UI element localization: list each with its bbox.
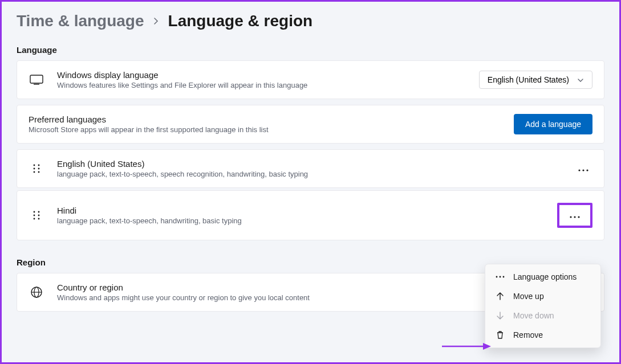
svg-point-14 — [38, 215, 40, 216]
preferred-subtitle: Microsoft Store apps will appear in the … — [29, 125, 501, 134]
svg-point-3 — [38, 165, 40, 166]
language-name: English (United States) — [57, 159, 562, 169]
display-language-title: Windows display language — [57, 70, 466, 80]
arrow-down-icon — [495, 311, 505, 320]
menu-label: Move up — [513, 292, 544, 301]
drag-handle-icon[interactable] — [29, 163, 44, 174]
svg-point-17 — [570, 216, 571, 218]
svg-point-5 — [38, 168, 40, 170]
display-language-dropdown[interactable]: English (United States) — [479, 71, 592, 89]
svg-point-19 — [578, 216, 579, 218]
menu-move-up[interactable]: Move up — [488, 287, 598, 306]
language-name: Hindi — [57, 206, 545, 215]
svg-point-6 — [34, 171, 35, 173]
language-context-menu: Language options Move up Move down Remov… — [485, 264, 601, 348]
svg-point-8 — [578, 169, 580, 171]
svg-point-25 — [503, 276, 505, 278]
svg-point-9 — [582, 169, 584, 171]
display-language-subtitle: Windows features like Settings and File … — [57, 81, 466, 89]
svg-point-11 — [34, 211, 35, 213]
svg-point-16 — [38, 218, 40, 220]
svg-point-13 — [34, 215, 35, 216]
svg-point-23 — [496, 276, 498, 278]
annotation-highlight — [557, 203, 592, 228]
svg-rect-0 — [30, 75, 43, 83]
add-language-button[interactable]: Add a language — [514, 114, 592, 134]
section-language-header: Language — [17, 45, 604, 55]
svg-point-12 — [38, 211, 40, 213]
svg-point-4 — [34, 168, 35, 170]
svg-point-7 — [38, 171, 40, 173]
more-horizontal-icon — [570, 210, 580, 220]
menu-label: Move down — [513, 311, 554, 320]
language-features: language pack, text-to-speech, speech re… — [57, 170, 562, 178]
svg-point-24 — [500, 276, 501, 278]
svg-point-18 — [574, 216, 575, 218]
display-language-value: English (United States) — [488, 75, 569, 84]
language-features: language pack, text-to-speech, handwriti… — [57, 216, 545, 225]
display-language-row: Windows display language Windows feature… — [17, 60, 604, 99]
globe-icon — [29, 286, 44, 298]
breadcrumb-parent[interactable]: Time & language — [17, 12, 144, 30]
display-icon — [29, 75, 44, 85]
menu-move-down: Move down — [488, 306, 598, 325]
menu-label: Language options — [513, 272, 577, 281]
arrow-up-icon — [495, 292, 505, 301]
more-options-button-hindi[interactable] — [562, 206, 588, 224]
menu-label: Remove — [513, 330, 543, 340]
language-item-english: English (United States) language pack, t… — [17, 149, 604, 188]
menu-language-options[interactable]: Language options — [488, 267, 598, 287]
language-item-hindi: Hindi language pack, text-to-speech, han… — [17, 190, 604, 240]
breadcrumb-current: Language & region — [168, 12, 313, 30]
menu-remove[interactable]: Remove — [488, 325, 598, 345]
chevron-right-icon — [153, 15, 159, 28]
chevron-down-icon — [577, 75, 584, 84]
preferred-title: Preferred languages — [29, 114, 501, 124]
svg-point-15 — [34, 218, 35, 220]
more-options-button[interactable] — [574, 159, 592, 178]
svg-point-2 — [34, 165, 35, 166]
more-horizontal-icon — [495, 276, 505, 278]
drag-handle-icon[interactable] — [29, 210, 44, 221]
more-horizontal-icon — [578, 163, 588, 174]
svg-point-10 — [586, 169, 588, 171]
breadcrumb: Time & language Language & region — [17, 12, 604, 30]
preferred-languages-row: Preferred languages Microsoft Store apps… — [17, 105, 604, 144]
trash-icon — [495, 330, 505, 340]
